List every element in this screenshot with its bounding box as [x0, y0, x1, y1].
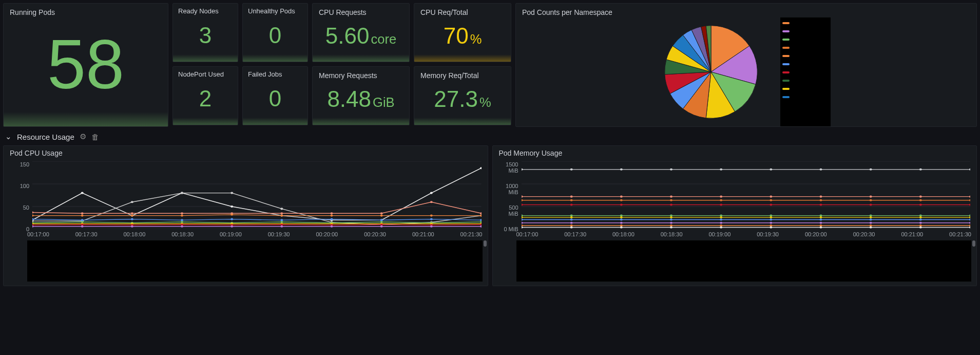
svg-point-186: [919, 225, 921, 227]
svg-point-111: [670, 196, 672, 198]
panel-memory-req-total[interactable]: Memory Req/Total 27.3%: [414, 66, 511, 125]
trash-icon[interactable]: 🗑: [91, 133, 99, 141]
svg-point-37: [181, 215, 183, 217]
panel-cpu-requests[interactable]: CPU Requests 5.60core: [312, 3, 410, 62]
panel-nodeport-used[interactable]: NodePort Used 2: [172, 66, 238, 125]
svg-point-140: [620, 215, 622, 217]
panel-pod-cpu-usage[interactable]: Pod CPU Usage 150100500 00:17:0000:17:30…: [3, 145, 488, 286]
svg-point-161: [670, 218, 672, 220]
svg-point-116: [919, 196, 921, 198]
svg-point-184: [819, 225, 822, 227]
svg-point-196: [919, 226, 921, 228]
svg-point-185: [869, 225, 872, 227]
chart-legend[interactable]: [27, 240, 483, 282]
svg-point-36: [131, 215, 133, 217]
svg-point-53: [480, 219, 481, 221]
svg-point-5: [81, 192, 84, 194]
svg-point-175: [869, 222, 872, 224]
legend-item[interactable]: [782, 70, 829, 75]
svg-point-131: [670, 203, 672, 205]
svg-point-147: [969, 215, 970, 217]
svg-point-42: [430, 215, 433, 217]
svg-point-127: [969, 199, 970, 201]
svg-point-38: [230, 214, 233, 216]
svg-point-163: [770, 218, 772, 220]
svg-point-133: [770, 203, 772, 205]
svg-point-167: [969, 218, 970, 220]
svg-point-160: [620, 218, 622, 220]
svg-point-193: [770, 226, 772, 228]
svg-point-45: [81, 219, 84, 221]
panel-memory-requests[interactable]: Memory Requests 8.48GiB: [312, 66, 410, 125]
svg-point-39: [280, 215, 283, 217]
line-chart: [32, 161, 482, 229]
svg-point-27: [181, 212, 183, 214]
svg-point-26: [131, 212, 133, 214]
svg-point-25: [81, 212, 84, 214]
stat-value: 58: [47, 30, 124, 99]
legend-item[interactable]: [782, 37, 829, 42]
svg-point-17: [181, 192, 183, 194]
panel-pod-counts-per-namespace[interactable]: Pod Counts per Namespace: [515, 3, 977, 127]
svg-point-156: [919, 216, 921, 218]
svg-point-169: [570, 222, 572, 224]
svg-point-122: [720, 199, 722, 201]
scrollbar[interactable]: [484, 240, 487, 247]
svg-point-194: [819, 226, 822, 228]
gear-icon[interactable]: ⚙: [80, 132, 86, 141]
legend-item[interactable]: [782, 86, 829, 91]
svg-point-142: [720, 215, 722, 217]
row-header-resource-usage[interactable]: ⌄ Resource Usage ⚙ 🗑: [3, 127, 977, 145]
legend-item[interactable]: [782, 78, 829, 83]
svg-point-189: [570, 226, 572, 228]
panel-unhealthy-pods[interactable]: Unhealthy Pods 0: [242, 3, 308, 62]
svg-point-146: [919, 215, 921, 217]
legend-item[interactable]: [782, 21, 829, 26]
panel-pod-memory-usage[interactable]: Pod Memory Usage 1500 MiB1000 MiB500 MiB…: [492, 145, 977, 286]
svg-point-47: [181, 219, 183, 221]
svg-point-171: [670, 222, 672, 224]
legend-item[interactable]: [782, 95, 829, 100]
svg-point-188: [522, 226, 523, 228]
svg-point-103: [770, 169, 772, 171]
svg-point-170: [620, 222, 622, 224]
panel-ready-nodes[interactable]: Ready Nodes 3: [172, 3, 238, 62]
svg-point-143: [770, 215, 772, 217]
svg-point-35: [81, 215, 84, 217]
svg-point-110: [620, 196, 622, 198]
svg-point-114: [819, 196, 822, 198]
svg-point-92: [430, 226, 433, 228]
svg-point-115: [869, 196, 872, 198]
legend-item[interactable]: [782, 45, 829, 50]
svg-point-63: [480, 221, 481, 223]
chevron-down-icon[interactable]: ⌄: [5, 132, 12, 141]
svg-point-153: [770, 216, 772, 218]
svg-point-32: [430, 201, 433, 203]
svg-point-49: [280, 219, 283, 221]
svg-point-195: [869, 226, 872, 228]
svg-point-172: [720, 222, 722, 224]
svg-point-152: [720, 216, 722, 218]
legend-item[interactable]: [782, 29, 829, 34]
svg-point-141: [670, 215, 672, 217]
legend-item[interactable]: [782, 62, 829, 67]
panel-cpu-req-total[interactable]: CPU Req/Total 70%: [414, 3, 511, 62]
svg-point-100: [620, 169, 622, 171]
panel-running-pods[interactable]: Running Pods 58: [3, 3, 168, 127]
panel-title: Running Pods: [4, 4, 168, 17]
svg-point-125: [869, 199, 872, 201]
svg-point-24: [32, 211, 33, 213]
svg-point-46: [131, 218, 133, 220]
svg-point-48: [230, 218, 233, 220]
row-title: Resource Usage: [17, 133, 74, 141]
svg-point-89: [280, 226, 283, 228]
svg-point-33: [480, 212, 481, 214]
pie-legend[interactable]: [780, 17, 831, 126]
svg-point-182: [720, 225, 722, 227]
legend-item[interactable]: [782, 53, 829, 59]
svg-point-102: [720, 169, 722, 171]
panel-failed-jobs[interactable]: Failed Jobs 0: [242, 66, 308, 125]
scrollbar[interactable]: [972, 240, 975, 247]
svg-point-124: [819, 199, 822, 201]
chart-legend[interactable]: [516, 240, 972, 282]
